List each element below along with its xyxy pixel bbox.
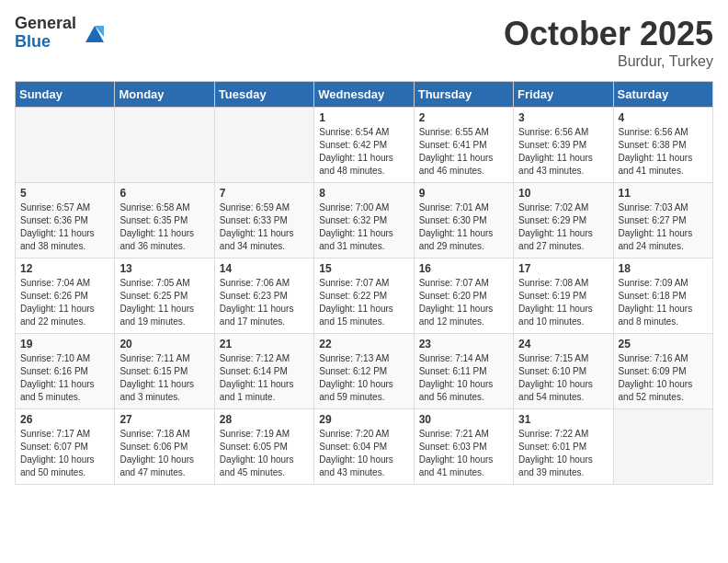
calendar-cell: 29Sunrise: 7:20 AM Sunset: 6:04 PM Dayli… [314, 409, 414, 485]
location: Burdur, Turkey [504, 53, 713, 70]
day-number: 24 [518, 338, 608, 350]
title-area: October 2025 Burdur, Turkey [504, 15, 713, 70]
day-number: 21 [220, 338, 309, 350]
calendar-week-row: 19Sunrise: 7:10 AM Sunset: 6:16 PM Dayli… [16, 334, 713, 409]
calendar-cell: 17Sunrise: 7:08 AM Sunset: 6:19 PM Dayli… [514, 259, 613, 334]
day-info: Sunrise: 7:13 AM Sunset: 6:12 PM Dayligh… [319, 352, 408, 404]
weekday-header: Saturday [613, 82, 712, 108]
calendar-week-row: 5Sunrise: 6:57 AM Sunset: 6:36 PM Daylig… [16, 183, 713, 259]
day-number: 10 [518, 187, 608, 200]
day-info: Sunrise: 7:01 AM Sunset: 6:30 PM Dayligh… [419, 201, 508, 253]
day-number: 4 [619, 111, 708, 124]
day-number: 13 [119, 262, 209, 275]
calendar-cell: 3Sunrise: 6:56 AM Sunset: 6:39 PM Daylig… [514, 108, 613, 183]
day-number: 18 [619, 262, 708, 275]
calendar-cell: 2Sunrise: 6:55 AM Sunset: 6:41 PM Daylig… [414, 108, 513, 183]
calendar-cell: 26Sunrise: 7:17 AM Sunset: 6:07 PM Dayli… [16, 409, 115, 485]
day-number: 15 [319, 262, 408, 275]
day-info: Sunrise: 7:09 AM Sunset: 6:18 PM Dayligh… [619, 277, 708, 328]
day-info: Sunrise: 6:57 AM Sunset: 6:36 PM Dayligh… [20, 201, 109, 253]
day-number: 16 [419, 262, 508, 275]
day-number: 17 [518, 262, 608, 275]
day-number: 9 [419, 187, 508, 200]
calendar-cell: 8Sunrise: 7:00 AM Sunset: 6:32 PM Daylig… [314, 183, 414, 259]
day-number: 23 [419, 338, 508, 350]
weekday-header: Tuesday [214, 82, 313, 108]
day-number: 5 [20, 187, 109, 200]
day-number: 7 [220, 187, 309, 200]
day-info: Sunrise: 7:21 AM Sunset: 6:03 PM Dayligh… [419, 428, 508, 479]
calendar-week-row: 1Sunrise: 6:54 AM Sunset: 6:42 PM Daylig… [16, 108, 713, 183]
day-number: 3 [518, 111, 608, 124]
day-info: Sunrise: 7:20 AM Sunset: 6:04 PM Dayligh… [319, 428, 408, 479]
day-number: 8 [319, 187, 408, 200]
weekday-header: Sunday [16, 82, 115, 108]
page-header: General Blue October 2025 Burdur, Turkey [15, 15, 713, 70]
day-info: Sunrise: 7:07 AM Sunset: 6:22 PM Dayligh… [319, 277, 408, 328]
day-number: 26 [20, 413, 109, 426]
calendar-cell: 27Sunrise: 7:18 AM Sunset: 6:06 PM Dayli… [115, 409, 214, 485]
calendar-week-row: 26Sunrise: 7:17 AM Sunset: 6:07 PM Dayli… [16, 409, 713, 485]
logo: General Blue [15, 15, 108, 52]
day-number: 12 [20, 262, 109, 275]
calendar-cell: 4Sunrise: 6:56 AM Sunset: 6:38 PM Daylig… [613, 108, 712, 183]
logo-blue: Blue [15, 33, 76, 52]
calendar-table: SundayMondayTuesdayWednesdayThursdayFrid… [15, 81, 713, 485]
calendar-cell: 1Sunrise: 6:54 AM Sunset: 6:42 PM Daylig… [314, 108, 414, 183]
calendar-cell [16, 108, 115, 183]
day-info: Sunrise: 7:06 AM Sunset: 6:23 PM Dayligh… [220, 277, 309, 328]
calendar-cell: 9Sunrise: 7:01 AM Sunset: 6:30 PM Daylig… [414, 183, 513, 259]
day-number: 2 [419, 111, 508, 124]
day-info: Sunrise: 6:56 AM Sunset: 6:39 PM Dayligh… [518, 126, 608, 178]
day-number: 14 [220, 262, 309, 275]
calendar-cell [613, 409, 712, 485]
day-info: Sunrise: 7:08 AM Sunset: 6:19 PM Dayligh… [518, 277, 608, 328]
day-info: Sunrise: 7:17 AM Sunset: 6:07 PM Dayligh… [20, 428, 109, 479]
calendar-cell: 14Sunrise: 7:06 AM Sunset: 6:23 PM Dayli… [214, 259, 313, 334]
calendar-header: SundayMondayTuesdayWednesdayThursdayFrid… [16, 82, 713, 108]
calendar-cell: 22Sunrise: 7:13 AM Sunset: 6:12 PM Dayli… [314, 334, 414, 409]
day-number: 19 [20, 338, 109, 350]
day-info: Sunrise: 7:11 AM Sunset: 6:15 PM Dayligh… [119, 352, 209, 404]
logo-text: General Blue [15, 15, 76, 52]
calendar-cell [115, 108, 214, 183]
calendar-cell: 28Sunrise: 7:19 AM Sunset: 6:05 PM Dayli… [214, 409, 313, 485]
day-info: Sunrise: 6:56 AM Sunset: 6:38 PM Dayligh… [619, 126, 708, 178]
day-info: Sunrise: 7:07 AM Sunset: 6:20 PM Dayligh… [419, 277, 508, 328]
day-number: 31 [518, 413, 608, 426]
day-number: 20 [119, 338, 209, 350]
day-number: 22 [319, 338, 408, 350]
calendar-cell: 20Sunrise: 7:11 AM Sunset: 6:15 PM Dayli… [115, 334, 214, 409]
day-info: Sunrise: 6:54 AM Sunset: 6:42 PM Dayligh… [319, 126, 408, 178]
day-info: Sunrise: 7:16 AM Sunset: 6:09 PM Dayligh… [619, 352, 708, 404]
calendar-cell: 6Sunrise: 6:58 AM Sunset: 6:35 PM Daylig… [115, 183, 214, 259]
day-info: Sunrise: 6:58 AM Sunset: 6:35 PM Dayligh… [119, 201, 209, 253]
calendar-cell: 31Sunrise: 7:22 AM Sunset: 6:01 PM Dayli… [514, 409, 613, 485]
day-info: Sunrise: 7:03 AM Sunset: 6:27 PM Dayligh… [619, 201, 708, 253]
calendar-cell: 24Sunrise: 7:15 AM Sunset: 6:10 PM Dayli… [514, 334, 613, 409]
calendar-cell: 25Sunrise: 7:16 AM Sunset: 6:09 PM Dayli… [613, 334, 712, 409]
calendar-cell: 13Sunrise: 7:05 AM Sunset: 6:25 PM Dayli… [115, 259, 214, 334]
calendar-cell: 15Sunrise: 7:07 AM Sunset: 6:22 PM Dayli… [314, 259, 414, 334]
day-info: Sunrise: 7:10 AM Sunset: 6:16 PM Dayligh… [20, 352, 109, 404]
calendar-cell: 10Sunrise: 7:02 AM Sunset: 6:29 PM Dayli… [514, 183, 613, 259]
calendar-cell: 16Sunrise: 7:07 AM Sunset: 6:20 PM Dayli… [414, 259, 513, 334]
weekday-header: Monday [115, 82, 214, 108]
day-info: Sunrise: 7:15 AM Sunset: 6:10 PM Dayligh… [518, 352, 608, 404]
calendar-cell: 11Sunrise: 7:03 AM Sunset: 6:27 PM Dayli… [613, 183, 712, 259]
day-info: Sunrise: 7:02 AM Sunset: 6:29 PM Dayligh… [518, 201, 608, 253]
day-info: Sunrise: 7:14 AM Sunset: 6:11 PM Dayligh… [419, 352, 508, 404]
logo-icon [82, 20, 108, 46]
calendar-cell: 19Sunrise: 7:10 AM Sunset: 6:16 PM Dayli… [16, 334, 115, 409]
calendar-cell: 5Sunrise: 6:57 AM Sunset: 6:36 PM Daylig… [16, 183, 115, 259]
calendar-cell: 30Sunrise: 7:21 AM Sunset: 6:03 PM Dayli… [414, 409, 513, 485]
day-number: 1 [319, 111, 408, 124]
calendar-week-row: 12Sunrise: 7:04 AM Sunset: 6:26 PM Dayli… [16, 259, 713, 334]
day-info: Sunrise: 6:55 AM Sunset: 6:41 PM Dayligh… [419, 126, 508, 178]
calendar-cell: 23Sunrise: 7:14 AM Sunset: 6:11 PM Dayli… [414, 334, 513, 409]
calendar-cell: 21Sunrise: 7:12 AM Sunset: 6:14 PM Dayli… [214, 334, 313, 409]
day-number: 29 [319, 413, 408, 426]
month-title: October 2025 [504, 15, 713, 53]
weekday-header: Friday [514, 82, 613, 108]
weekday-header: Thursday [414, 82, 513, 108]
